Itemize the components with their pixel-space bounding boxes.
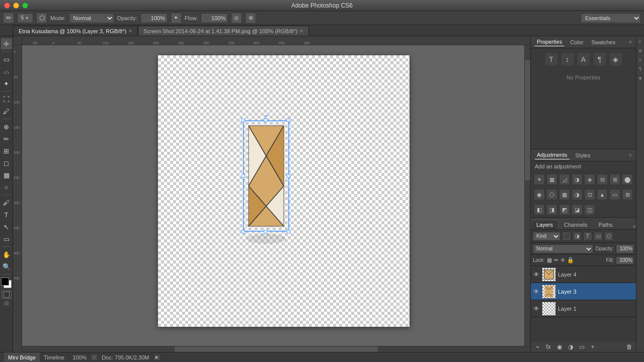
- adj-hsl[interactable]: ⊟: [597, 174, 608, 185]
- adj-icon-extra-3[interactable]: ◩: [559, 204, 570, 215]
- props-icon-3[interactable]: A: [577, 52, 591, 66]
- gradient-tool[interactable]: ▦: [1, 169, 12, 180]
- layer-1-visibility[interactable]: 👁: [533, 305, 540, 312]
- adj-brightness[interactable]: ☀: [534, 174, 545, 185]
- layer-3-visibility[interactable]: 👁: [533, 288, 540, 295]
- close-button[interactable]: [4, 3, 10, 9]
- mode-dropdown[interactable]: Normal Dissolve Multiply: [69, 13, 114, 23]
- text-tool[interactable]: T: [1, 209, 12, 220]
- hand-tool[interactable]: ✋: [1, 249, 12, 260]
- adj-exposure[interactable]: ◑: [572, 174, 583, 185]
- kind-shape-icon[interactable]: ▭: [594, 232, 603, 241]
- brush-tool[interactable]: ✏: [1, 133, 12, 144]
- minimize-button[interactable]: [13, 3, 19, 9]
- tab-screenshot[interactable]: Screen Shot 2014-06-24 at 1.41.38 PM.png…: [138, 26, 309, 36]
- adj-curves[interactable]: ◿: [559, 174, 570, 185]
- tab-swatches[interactable]: Swatches: [589, 38, 617, 46]
- layer-row-3[interactable]: 👁 Layer 3: [531, 283, 636, 300]
- adj-threshold[interactable]: ▲: [597, 189, 608, 200]
- props-icon-1[interactable]: T: [544, 52, 558, 66]
- edge-3d-icon[interactable]: ◈: [637, 74, 644, 81]
- layer-delete-icon[interactable]: 🗑: [625, 343, 634, 351]
- status-arrow-icon[interactable]: ▶: [153, 354, 160, 361]
- adj-colorbal[interactable]: ⊞: [609, 174, 620, 185]
- lasso-tool[interactable]: ⌓: [1, 66, 12, 77]
- mini-bridge-tab[interactable]: Mini Bridge: [4, 352, 40, 363]
- adj-selective[interactable]: ⊞: [622, 189, 633, 200]
- adj-bw[interactable]: ⬤: [622, 174, 633, 185]
- layers-opacity-input[interactable]: 100%: [616, 244, 634, 253]
- wand-tool[interactable]: ✦: [1, 78, 12, 89]
- airbrush-icon[interactable]: ✦: [171, 13, 182, 24]
- color-swatches[interactable]: [1, 278, 12, 289]
- tab-styles[interactable]: Styles: [574, 151, 593, 159]
- adj-mixer[interactable]: ⬡: [546, 189, 557, 200]
- layer-4-visibility[interactable]: 👁: [533, 271, 540, 278]
- tab-layers[interactable]: Layers: [531, 220, 558, 229]
- lock-position-icon[interactable]: ✛: [560, 257, 565, 263]
- lock-pixels-icon[interactable]: ✏: [554, 257, 558, 263]
- layer-group-icon[interactable]: ▭: [577, 343, 586, 351]
- adj-levels[interactable]: ▦: [546, 174, 557, 185]
- layer-link-icon[interactable]: ⌁: [533, 343, 542, 351]
- adj-icon-extra-1[interactable]: ◧: [534, 204, 545, 215]
- adj-icon-extra-2[interactable]: ◨: [546, 204, 557, 215]
- quick-mask-btn[interactable]: [2, 291, 12, 299]
- workspace-select[interactable]: Essentials Photography Design: [581, 13, 641, 23]
- kind-smart-icon[interactable]: ⬡: [604, 232, 613, 241]
- adj-vibrance[interactable]: ◈: [584, 174, 595, 185]
- edge-text-icon[interactable]: A: [637, 56, 644, 63]
- clone-tool[interactable]: ⊞: [1, 145, 12, 156]
- layers-mode-select[interactable]: Normal Multiply: [533, 244, 593, 253]
- zoom-tool[interactable]: 🔍: [1, 261, 12, 272]
- layer-mask-icon[interactable]: ◉: [555, 343, 564, 351]
- path-select-tool[interactable]: ↖: [1, 221, 12, 232]
- lock-all-icon[interactable]: 🔒: [567, 257, 574, 263]
- kind-pixel-icon[interactable]: ⬛: [562, 232, 571, 241]
- foreground-color-swatch[interactable]: [1, 278, 9, 286]
- fill-input[interactable]: 100%: [616, 256, 634, 264]
- lock-transparent-icon[interactable]: ▦: [547, 257, 552, 263]
- shape-tool[interactable]: ▭: [1, 233, 12, 244]
- layer-new-icon[interactable]: +: [588, 343, 597, 351]
- tab-properties[interactable]: Properties: [535, 38, 564, 46]
- kind-type-icon[interactable]: T: [583, 232, 592, 241]
- edge-properties-icon[interactable]: P: [637, 38, 644, 45]
- crop-tool[interactable]: ⛶: [1, 94, 12, 105]
- horizontal-scrollbar[interactable]: [22, 346, 530, 352]
- adj-icon-extra-4[interactable]: ◪: [572, 204, 583, 215]
- tab-adjustments[interactable]: Adjustments: [535, 151, 570, 159]
- adj-photo[interactable]: ◉: [534, 189, 545, 200]
- smoothing-icon[interactable]: ⊕: [245, 13, 256, 24]
- marquee-tool[interactable]: ▭: [1, 54, 12, 65]
- adj-posterize[interactable]: ⊡: [584, 189, 595, 200]
- edge-tool-icon[interactable]: ⊕: [637, 47, 644, 54]
- brush-preset-icon[interactable]: ⬡: [36, 13, 47, 24]
- properties-collapse[interactable]: ≡: [629, 39, 632, 45]
- props-icon-5[interactable]: ◈: [609, 52, 623, 66]
- eraser-tool[interactable]: ◻: [1, 157, 12, 168]
- close-tab-screenshot[interactable]: ✕: [299, 28, 303, 34]
- layer-row-4[interactable]: 👁 Layer 4: [531, 266, 636, 283]
- layer-fx-icon[interactable]: fx: [544, 343, 553, 351]
- brush-tool-icon[interactable]: ✏: [3, 13, 14, 24]
- adj-gradmap[interactable]: ▭: [609, 189, 620, 200]
- adj-colorlook[interactable]: ▦: [559, 189, 570, 200]
- layer-row-1[interactable]: 👁 Layer 1: [531, 300, 636, 317]
- tab-channels[interactable]: Channels: [558, 220, 593, 229]
- move-tool[interactable]: ✛: [1, 38, 12, 49]
- eyedropper-tool[interactable]: 🖊: [1, 106, 12, 117]
- edge-para-icon[interactable]: ¶: [637, 65, 644, 72]
- kind-adjust-icon[interactable]: ◑: [573, 232, 582, 241]
- adj-invert[interactable]: ◑: [572, 189, 583, 200]
- window-controls[interactable]: [4, 3, 28, 9]
- vscroll-thumb[interactable]: [525, 60, 530, 180]
- props-icon-2[interactable]: ↕: [560, 52, 575, 66]
- hscroll-thumb[interactable]: [175, 346, 378, 352]
- tab-paths[interactable]: Paths: [593, 220, 618, 229]
- brush-size-control[interactable]: 5 ▼: [17, 13, 33, 23]
- spot-heal-tool[interactable]: ⊕: [1, 121, 12, 132]
- tab-etna[interactable]: Etna Kusudama @ 100% (Layer 3, RGB/8*) ✕: [13, 26, 138, 36]
- layers-kind-select[interactable]: Kind: [533, 232, 560, 241]
- tab-color[interactable]: Color: [568, 38, 585, 46]
